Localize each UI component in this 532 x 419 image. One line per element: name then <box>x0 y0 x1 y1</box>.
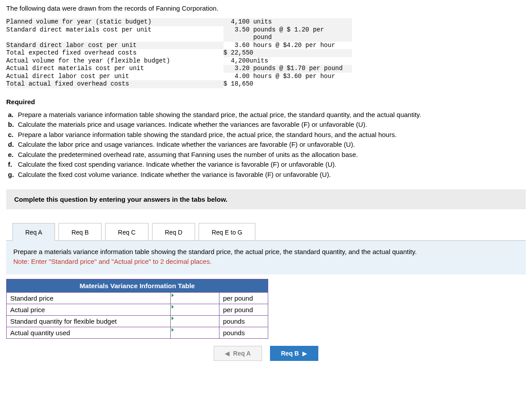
variance-unit-cell: pounds <box>219 315 268 327</box>
data-row-label: Actual direct materials cost per unit <box>6 65 223 73</box>
nav-row: ◀ Req A Req B ▶ <box>6 346 526 361</box>
data-row-value: 4,200units <box>223 57 352 65</box>
prev-button[interactable]: ◀ Req A <box>214 346 262 361</box>
requirement-text: Calculate the labor price and usage vari… <box>16 141 355 148</box>
variance-row-label: Actual quantity used <box>7 327 171 338</box>
variance-row-label: Actual price <box>7 304 171 315</box>
materials-variance-table: Materials Variance Information Table Sta… <box>6 279 268 339</box>
requirement-text: Calculate the materials price and usage … <box>16 121 367 128</box>
requirement-item: g. Calculate the fixed cost volume varia… <box>8 170 526 180</box>
data-row-label: Standard direct materials cost per unit <box>6 26 223 42</box>
given-data-table: Planned volume for year (static budget) … <box>6 18 352 88</box>
data-row-value: 3.50 pounds @ $ 1.20 per pound <box>223 26 352 42</box>
tab-req-a[interactable]: Req A <box>12 223 55 241</box>
variance-unit-cell: per pound <box>219 304 268 315</box>
requirement-text: Prepare a materials variance information… <box>16 111 421 118</box>
requirement-item: a. Prepare a materials variance informat… <box>8 110 526 120</box>
requirement-label: a. <box>8 110 16 120</box>
variance-row-label: Standard price <box>7 292 171 304</box>
requirement-text: Calculate the fixed cost spending varian… <box>16 161 336 168</box>
variance-table-heading: Materials Variance Information Table <box>7 279 268 292</box>
tab-req-e-to-g[interactable]: Req E to G <box>199 223 255 241</box>
data-row-value: $ 18,650 <box>223 80 352 88</box>
requirement-item: d. Calculate the labor price and usage v… <box>8 140 526 150</box>
requirement-label: b. <box>8 120 16 130</box>
requirement-item: f. Calculate the fixed cost spending var… <box>8 160 526 170</box>
variance-input-cell[interactable] <box>171 292 219 304</box>
requirement-item: e. Calculate the predetermined overhead … <box>8 150 526 160</box>
chevron-right-icon: ▶ <box>302 350 307 357</box>
requirement-text: Calculate the predetermined overhead rat… <box>16 151 358 158</box>
chevron-left-icon: ◀ <box>225 350 230 357</box>
data-row-value: 4.00 hours @ $3.60 per hour <box>223 73 352 81</box>
panel-note: Note: Enter "Standard price" and "Actual… <box>13 258 211 265</box>
panel-prompt: Prepare a materials variance information… <box>13 248 417 255</box>
tab-bar: Req A Req B Req C Req D Req E to G <box>12 223 526 240</box>
variance-input-cell[interactable] <box>171 327 219 338</box>
variance-unit-cell: pounds <box>219 327 268 338</box>
requirement-label: f. <box>8 160 16 170</box>
data-row-label: Standard direct labor cost per unit <box>6 42 223 50</box>
variance-unit-cell: per pound <box>219 292 268 304</box>
tab-req-b[interactable]: Req B <box>59 223 102 241</box>
data-row-label: Actual volume for the year (flexible bud… <box>6 57 223 65</box>
tab-panel-req-a: Prepare a materials variance information… <box>6 240 526 274</box>
requirement-label: d. <box>8 140 16 150</box>
requirement-text: Calculate the fixed cost volume variance… <box>16 171 331 178</box>
variance-input-cell[interactable] <box>171 315 219 327</box>
requirement-label: g. <box>8 170 16 180</box>
data-row-label: Planned volume for year (static budget) <box>6 18 223 26</box>
next-button[interactable]: Req B ▶ <box>270 346 318 361</box>
data-row-label: Total actual fixed overhead costs <box>6 80 223 88</box>
requirement-item: b. Calculate the materials price and usa… <box>8 120 526 130</box>
data-row-value: 3.60 hours @ $4.20 per hour <box>223 42 352 50</box>
data-row-label: Total expected fixed overhead costs <box>6 49 223 57</box>
data-row-value: 4,100 units <box>223 18 352 26</box>
requirement-text: Prepare a labor variance information tab… <box>16 131 397 138</box>
intro-text: The following data were drawn from the r… <box>6 4 526 12</box>
requirement-label: e. <box>8 150 16 160</box>
requirement-item: c. Prepare a labor variance information … <box>8 130 526 140</box>
data-row-label: Actual direct labor cost per unit <box>6 73 223 81</box>
prev-label: Req A <box>233 350 251 357</box>
requirements-list: a. Prepare a materials variance informat… <box>6 110 526 180</box>
variance-row-label: Standard quantity for flexible budget <box>7 315 171 327</box>
tab-req-d[interactable]: Req D <box>152 223 196 241</box>
data-row-value: $ 22,550 <box>223 49 352 57</box>
instruction-bar: Complete this question by entering your … <box>6 189 526 209</box>
requirement-label: c. <box>8 130 16 140</box>
next-label: Req B <box>281 350 299 357</box>
data-row-value: 3.20 pounds @ $1.70 per pound <box>223 65 352 73</box>
tab-req-c[interactable]: Req C <box>105 223 149 241</box>
variance-input-cell[interactable] <box>171 304 219 315</box>
required-heading: Required <box>6 98 526 106</box>
